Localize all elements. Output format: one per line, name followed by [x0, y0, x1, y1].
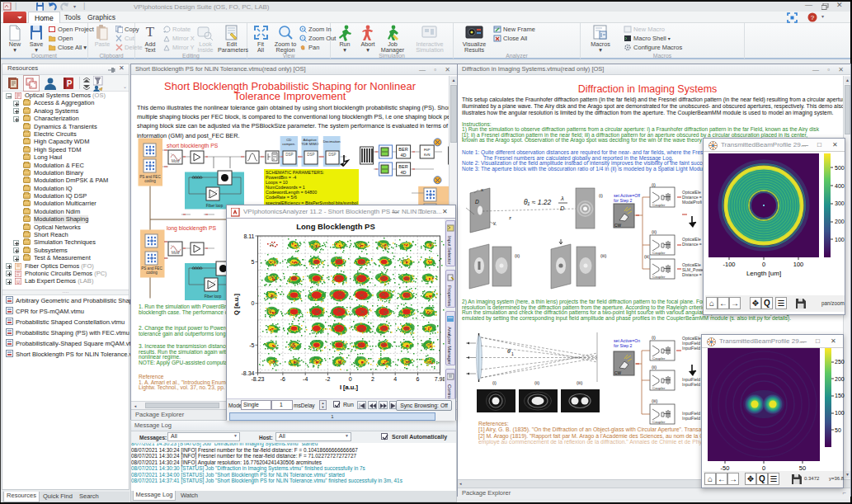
svg-text:BER: BER	[398, 164, 407, 169]
svg-text:Fiber loop: Fiber loop	[206, 204, 224, 208]
svg-text:-8.23: -8.23	[252, 376, 265, 382]
svg-text:6: 6	[417, 376, 420, 382]
svg-text:200: 200	[835, 219, 845, 224]
svg-text:z: z	[509, 215, 511, 220]
svg-text:500: 500	[835, 165, 845, 171]
svg-text:(i): (i)	[492, 380, 497, 385]
svg-text:(ii): (ii)	[515, 253, 520, 258]
svg-text:4: 4	[393, 376, 397, 382]
svg-text:(i): (i)	[652, 183, 656, 187]
svg-text:(i): (i)	[599, 193, 603, 198]
svg-text:100: 100	[793, 261, 804, 268]
svg-text:InputField: InputField	[682, 346, 700, 351]
svg-text:long blocklength PS: long blocklength PS	[167, 225, 217, 232]
svg-text:(iii): (iii)	[652, 398, 657, 403]
svg-text:4D: 4D	[400, 153, 406, 158]
svg-text:TDE MIMO: TDE MIMO	[301, 142, 319, 146]
svg-text:(ii): (ii)	[652, 229, 657, 234]
svg-text:Decimation: Decimation	[323, 139, 341, 144]
svg-text:-2: -2	[325, 376, 330, 382]
svg-text:KrN: KrN	[424, 153, 431, 157]
svg-text:Fiber loop: Fiber loop	[205, 294, 222, 299]
svg-text:0: 0	[762, 261, 765, 268]
svg-text:150: 150	[835, 393, 845, 398]
svg-text:100: 100	[835, 410, 845, 416]
svg-text:5: 5	[252, 259, 255, 265]
svg-text:2: 2	[371, 376, 374, 382]
svg-text:Q [a.u.]: Q [a.u.]	[233, 294, 240, 315]
svg-text:Distance =: Distance =	[682, 242, 702, 247]
svg-text:-6: -6	[280, 376, 285, 382]
svg-text:(ii): (ii)	[652, 365, 657, 370]
svg-text:(iii): (iii)	[600, 253, 606, 258]
svg-text:-5: -5	[249, 342, 254, 348]
svg-text:θ: θ	[507, 348, 511, 354]
svg-text:50: 50	[835, 427, 841, 433]
svg-text:0: 0	[349, 376, 352, 382]
svg-text:?: ?	[811, 14, 815, 21]
svg-text:300: 300	[835, 200, 845, 206]
svg-text:D: D	[560, 205, 565, 212]
svg-text:250: 250	[835, 359, 845, 365]
svg-text:coding: coding	[144, 179, 156, 183]
svg-text:compen.: compen.	[282, 142, 295, 146]
svg-text:x: x	[481, 187, 483, 192]
svg-text:D: D	[475, 199, 479, 205]
svg-text:-8.34: -8.34	[242, 370, 255, 376]
svg-text:I [a.u.]: I [a.u.]	[340, 384, 359, 391]
svg-text:Distance =: Distance =	[682, 272, 702, 277]
svg-text:coding: coding	[146, 271, 158, 275]
svg-text:λ: λ	[560, 195, 564, 202]
svg-text:(iii): (iii)	[577, 380, 582, 385]
svg-text:for Step 2: for Step 2	[614, 198, 633, 203]
svg-text:(iii): (iii)	[644, 254, 650, 259]
svg-text:4D: 4D	[400, 170, 406, 175]
svg-text:ModalProfi: ModalProfi	[682, 200, 702, 205]
svg-text:8.11: 8.11	[243, 233, 254, 239]
svg-text:0: 0	[252, 300, 255, 306]
svg-text:for Step 2: for Step 2	[614, 343, 633, 348]
svg-text:200: 200	[835, 376, 845, 382]
svg-text:(ii): (ii)	[534, 380, 539, 385]
svg-text:BER: BER	[398, 147, 407, 152]
svg-text:U: U	[16, 280, 20, 285]
svg-text:Length [um]: Length [um]	[746, 270, 781, 277]
svg-text:InputField: InputField	[682, 382, 700, 387]
svg-text:FliP: FliP	[424, 148, 431, 152]
svg-text:100: 100	[835, 237, 845, 243]
svg-text:-100: -100	[723, 261, 735, 268]
svg-text:(i): (i)	[652, 335, 656, 340]
svg-text:-4: -4	[303, 376, 308, 382]
svg-text:θ₁ ≈ 1.22: θ₁ ≈ 1.22	[524, 198, 551, 206]
svg-text:P: P	[67, 79, 73, 88]
svg-text:1: 1	[511, 351, 514, 356]
svg-text:400: 400	[835, 183, 845, 189]
svg-text:short blocklength PS: short blocklength PS	[167, 143, 219, 149]
